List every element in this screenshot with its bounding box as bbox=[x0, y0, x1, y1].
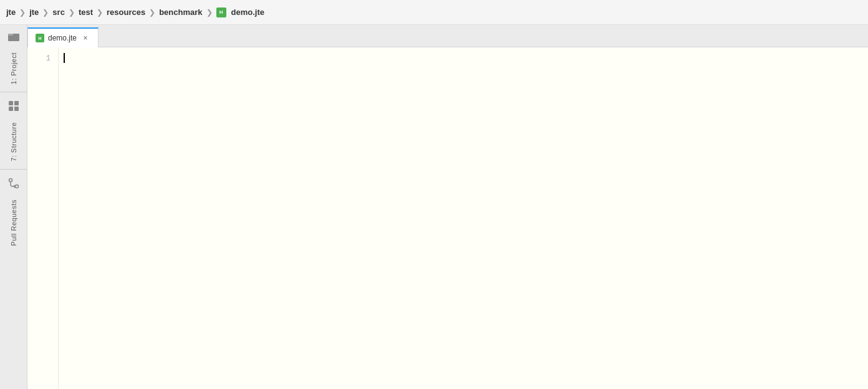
breadcrumb-benchmark[interactable]: benchmark bbox=[159, 7, 202, 17]
structure-icon[interactable] bbox=[4, 96, 24, 116]
main-area: 1: Project 7: Structure bbox=[0, 25, 868, 389]
svg-rect-5 bbox=[14, 107, 19, 111]
breadcrumb-jte-module[interactable]: jte bbox=[29, 7, 39, 17]
svg-rect-1 bbox=[8, 34, 13, 36]
breadcrumb-sep-2: ❯ bbox=[69, 8, 75, 17]
editor-line-1[interactable] bbox=[64, 52, 868, 65]
breadcrumb-test[interactable]: test bbox=[79, 7, 93, 17]
svg-point-6 bbox=[9, 179, 12, 182]
svg-rect-2 bbox=[9, 101, 13, 105]
line-numbers: 1 bbox=[27, 47, 59, 389]
text-cursor bbox=[64, 53, 65, 63]
panel-1-project[interactable]: 1: Project bbox=[0, 25, 27, 92]
tab-close-button[interactable]: × bbox=[80, 33, 90, 43]
left-sidebar: 1: Project 7: Structure bbox=[0, 25, 27, 389]
svg-rect-3 bbox=[14, 101, 19, 105]
panel-pull-requests[interactable]: Pull Requests bbox=[0, 172, 27, 251]
breadcrumb-jte-root[interactable]: jte bbox=[6, 7, 16, 17]
breadcrumb-sep-4: ❯ bbox=[149, 8, 155, 17]
line-number-1: 1 bbox=[27, 52, 58, 65]
tab-label: demo.jte bbox=[48, 34, 77, 42]
code-area[interactable] bbox=[59, 47, 868, 389]
panel-7-structure[interactable]: 7: Structure bbox=[0, 95, 27, 170]
breadcrumb-bar: jte ❯ jte ❯ src ❯ test ❯ resources ❯ ben… bbox=[0, 0, 868, 25]
breadcrumb-resources[interactable]: resources bbox=[107, 7, 145, 17]
breadcrumb-file-icon: H bbox=[216, 7, 226, 17]
tab-file-icon: H bbox=[36, 34, 44, 42]
svg-rect-4 bbox=[9, 107, 13, 111]
tab-demo-jte[interactable]: H demo.jte × bbox=[27, 27, 99, 47]
editor-area: H demo.jte × 1 bbox=[27, 25, 868, 389]
tabs-bar: H demo.jte × bbox=[27, 25, 868, 47]
breadcrumb-sep-0: ❯ bbox=[19, 8, 26, 17]
pull-request-icon[interactable] bbox=[4, 173, 24, 193]
pull-requests-panel-label[interactable]: Pull Requests bbox=[10, 194, 17, 251]
breadcrumb-demo-jte[interactable]: demo.jte bbox=[231, 7, 264, 17]
editor-content[interactable]: 1 bbox=[27, 47, 868, 389]
breadcrumb-sep-3: ❯ bbox=[97, 8, 103, 17]
breadcrumb-src[interactable]: src bbox=[52, 7, 65, 17]
project-panel-label[interactable]: 1: Project bbox=[10, 47, 17, 89]
breadcrumb-sep-1: ❯ bbox=[42, 8, 49, 17]
breadcrumb-sep-5: ❯ bbox=[206, 8, 213, 17]
structure-panel-label[interactable]: 7: Structure bbox=[10, 117, 17, 166]
project-folder-icon[interactable] bbox=[4, 26, 24, 46]
